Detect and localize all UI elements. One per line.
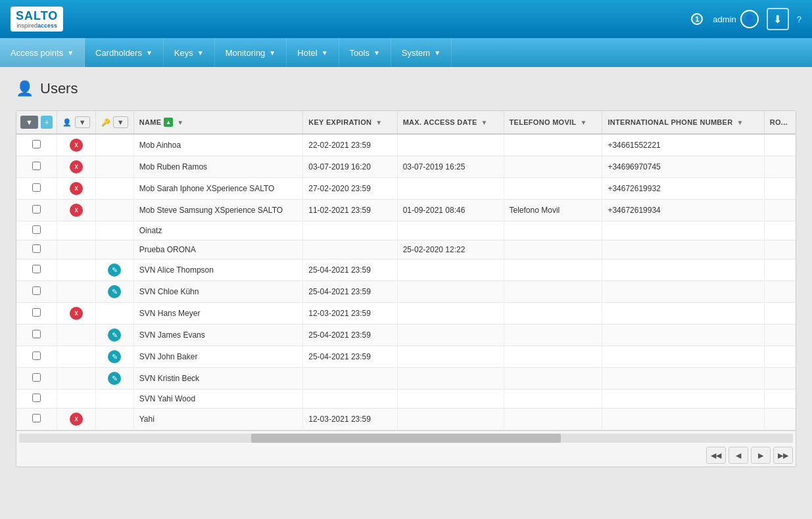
row-checkbox[interactable] [32, 205, 41, 214]
table-header-row: ▼ + 👤 ▼ [16, 111, 796, 134]
key-blue-icon: ✎ [108, 285, 121, 298]
row-name: SVN John Baker [133, 346, 302, 368]
nav-system[interactable]: System ▼ [391, 38, 452, 67]
row-max-access-date [397, 281, 504, 303]
row-max-access-date [397, 325, 504, 346]
th-max-access-date: MAX. ACCESS DATE ▼ [397, 111, 504, 134]
row-checkbox-cell [16, 281, 57, 303]
horizontal-scrollbar[interactable] [19, 434, 793, 443]
status-red-icon: ☓ [70, 204, 83, 217]
row-international-phone [602, 303, 764, 325]
row-international-phone [602, 390, 764, 409]
users-table-container: ▼ + 👤 ▼ [16, 110, 796, 467]
nav-monitoring[interactable]: Monitoring ▼ [215, 38, 287, 67]
user-icon[interactable]: 👤 [740, 10, 759, 28]
nav-keys[interactable]: Keys ▼ [164, 38, 215, 67]
key-expiration-filter-icon[interactable]: ▼ [374, 118, 383, 127]
next-page-button[interactable]: ▶ [751, 447, 771, 464]
row-checkbox[interactable] [32, 394, 41, 402]
row-room [764, 281, 796, 303]
table-row: ✎SVN Alice Thompson25-04-2021 23:59 [16, 260, 796, 281]
row-checkbox-cell [16, 368, 57, 390]
nav-hotel[interactable]: Hotel ▼ [287, 38, 339, 67]
table-scroll[interactable]: ▼ + 👤 ▼ [16, 111, 796, 430]
status-filter-button[interactable]: ▼ [75, 116, 90, 128]
bulk-action-dropdown[interactable]: ▼ [20, 116, 38, 129]
row-telefono-movil [504, 409, 602, 430]
row-international-phone: +34672619932 [602, 178, 764, 200]
row-status-cell [57, 281, 95, 303]
telefono-movil-filter-icon[interactable]: ▼ [579, 118, 588, 127]
row-key-expiration: 12-03-2021 23:59 [303, 303, 397, 325]
row-key-cell: ✎ [95, 368, 133, 390]
nav-keys-arrow: ▼ [197, 49, 204, 56]
add-user-button[interactable]: + [41, 116, 53, 129]
nav-cardholders[interactable]: Cardholders ▼ [85, 38, 164, 67]
row-checkbox-cell [16, 240, 57, 260]
name-filter-icon[interactable]: ▼ [176, 118, 185, 127]
key-filter-button[interactable]: ▼ [113, 116, 128, 128]
row-checkbox[interactable] [32, 330, 41, 338]
row-checkbox[interactable] [32, 140, 41, 148]
row-international-phone [602, 240, 764, 260]
row-telefono-movil [504, 368, 602, 390]
row-status-cell [57, 221, 95, 240]
row-name: SVN Yahi Wood [133, 390, 302, 409]
help-icon[interactable]: ? [797, 14, 801, 24]
logo-inspired: inspired [16, 23, 37, 29]
th-key-expiration: KEY EXPIRATION ▼ [303, 111, 397, 134]
row-key-cell: ✎ [95, 281, 133, 303]
nav-tools-label: Tools [350, 48, 370, 58]
row-name: SVN Kristin Beck [133, 368, 302, 390]
row-telefono-movil [504, 281, 602, 303]
row-checkbox[interactable] [32, 183, 41, 192]
download-icon[interactable]: ⬇ [767, 8, 789, 30]
row-key-cell [95, 200, 133, 221]
row-checkbox-cell [16, 346, 57, 368]
max-access-date-col-label: MAX. ACCESS DATE [403, 118, 477, 126]
row-key-expiration: 03-07-2019 16:20 [303, 156, 397, 178]
first-page-button[interactable]: ◀◀ [706, 447, 726, 464]
row-checkbox[interactable] [32, 286, 41, 295]
row-name: Oinatz [133, 221, 302, 240]
row-checkbox[interactable] [32, 225, 41, 234]
max-access-date-filter-icon[interactable]: ▼ [480, 118, 489, 127]
row-checkbox-cell [16, 303, 57, 325]
table-row: ✎SVN John Baker25-04-2021 23:59 [16, 346, 796, 368]
table-row: ☓Mob Sarah Iphone XSperience SALTO27-02-… [16, 178, 796, 200]
row-room [764, 409, 796, 430]
row-status-cell [57, 368, 95, 390]
nav-access-points[interactable]: Access points ▼ [0, 38, 85, 67]
row-checkbox[interactable] [32, 244, 41, 253]
row-status-cell: ☓ [57, 134, 95, 156]
row-name: SVN Alice Thompson [133, 260, 302, 281]
info-number: 1 [691, 13, 703, 25]
th-actions: ▼ + [16, 111, 57, 134]
users-table: ▼ + 👤 ▼ [16, 111, 796, 430]
row-checkbox[interactable] [32, 373, 41, 382]
row-key-expiration: 25-04-2021 23:59 [303, 260, 397, 281]
row-checkbox[interactable] [32, 414, 41, 422]
nav-access-points-arrow: ▼ [67, 49, 74, 56]
nav-system-arrow: ▼ [434, 49, 441, 56]
row-checkbox-cell [16, 156, 57, 178]
prev-page-button[interactable]: ◀ [728, 447, 748, 464]
row-key-expiration: 25-04-2021 23:59 [303, 325, 397, 346]
top-right: 1 admin 👤 ⬇ ? [689, 8, 801, 30]
row-checkbox[interactable] [32, 162, 41, 170]
nav-tools[interactable]: Tools ▼ [339, 38, 391, 67]
row-max-access-date: 03-07-2019 16:25 [397, 156, 504, 178]
row-checkbox[interactable] [32, 308, 41, 317]
row-checkbox[interactable] [32, 351, 41, 360]
nav-system-label: System [402, 48, 430, 58]
international-phone-filter-icon[interactable]: ▼ [736, 118, 745, 127]
last-page-button[interactable]: ▶▶ [773, 447, 793, 464]
logo-salto: SALTO [16, 9, 58, 23]
table-row: Oinatz [16, 221, 796, 240]
nav-monitoring-label: Monitoring [226, 48, 266, 58]
row-room [764, 325, 796, 346]
row-checkbox[interactable] [32, 265, 41, 273]
name-sort-icon[interactable]: ▲ [164, 118, 173, 127]
row-key-expiration [303, 221, 397, 240]
status-red-icon: ☓ [70, 182, 83, 195]
